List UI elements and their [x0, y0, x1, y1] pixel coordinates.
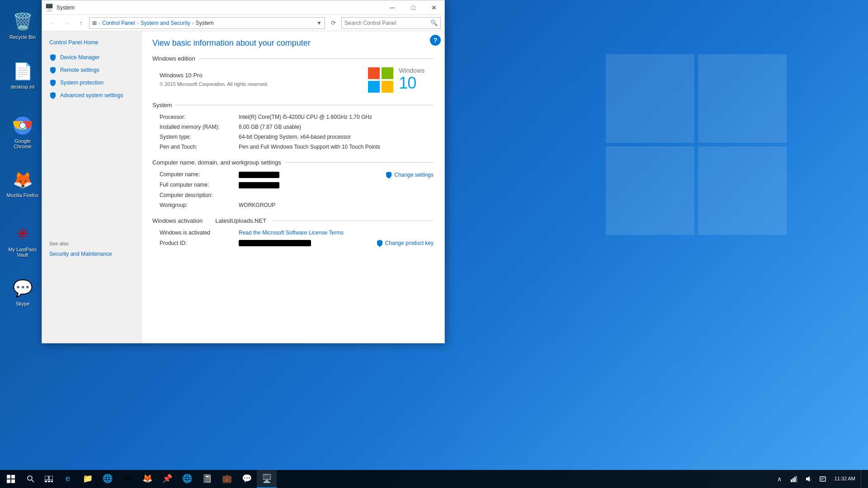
windows-logo-text: Windows 10 [399, 67, 425, 93]
workgroup-label: Workgroup: [160, 202, 239, 208]
window-title: System [57, 5, 382, 11]
taskbar-search-button[interactable] [22, 470, 40, 488]
full-computer-name-value [239, 182, 279, 188]
search-input[interactable] [344, 20, 430, 26]
activation-status-row: Windows is activated Read the Microsoft … [152, 230, 434, 236]
taskbar-app-outlook[interactable]: 💼 [217, 470, 237, 488]
taskbar-app-pin[interactable]: 📌 [157, 470, 177, 488]
activation-section: Windows activation LatestUploads.NET Win… [152, 217, 434, 247]
desktop-watermark [606, 54, 787, 235]
chrome-icon [12, 115, 33, 136]
taskbar-app-system[interactable]: 🖥️ [257, 470, 277, 488]
sidebar-item-system-protection[interactable]: System protection [42, 76, 141, 89]
search-bar: 🔍 [341, 17, 441, 29]
pen-touch-value: Pen and Full Windows Touch Support with … [239, 144, 380, 150]
product-id-value [239, 239, 311, 247]
desktop-icon-recycle-bin[interactable]: 🗑️ Recycle Bin [5, 9, 41, 42]
taskbar-app-ie[interactable]: e [58, 470, 78, 488]
firefox-icon: 🦊 [12, 169, 33, 191]
sidebar-item-advanced-settings[interactable]: Advanced system settings [42, 89, 141, 102]
maximize-button[interactable]: □ [403, 0, 424, 15]
ram-row: Installed memory (RAM): 8.00 GB (7.87 GB… [152, 124, 434, 130]
desktop-icon-desktop-ini[interactable]: 📄 desktop.ini [5, 59, 41, 91]
svg-rect-21 [820, 477, 826, 481]
network-icon [791, 476, 797, 482]
tray-up-arrow[interactable]: ∧ [773, 470, 786, 488]
win-sq-green [382, 67, 393, 79]
onenote-icon: 📓 [202, 474, 212, 483]
computer-section-header: Computer name, domain, and workgroup set… [152, 159, 434, 166]
system-type-row: System type: 64-bit Operating System, x6… [152, 134, 434, 140]
shield-icon-advanced-settings [49, 92, 57, 99]
chrome2-icon: 🌐 [182, 474, 192, 483]
windows-edition-section-header: Windows edition [152, 55, 434, 62]
computer-name-block: Change settings Computer name: Full comp… [152, 171, 434, 208]
taskbar-app-mail[interactable]: ✉ [118, 470, 137, 488]
edition-text: Windows 10 Pro © 2015 Microsoft Corporat… [152, 72, 268, 88]
processor-row: Processor: Intel(R) Core(TM) i5-4200U CP… [152, 114, 434, 120]
taskbar-app-firefox[interactable]: 🦊 [137, 470, 157, 488]
help-button[interactable]: ? [430, 35, 441, 46]
svg-rect-14 [51, 481, 53, 482]
control-panel-home-link[interactable]: Control Panel Home [42, 37, 141, 51]
windows-logo: Windows 10 [368, 67, 425, 93]
system-type-value: 64-bit Operating System, x64-based proce… [239, 134, 351, 140]
system-type-label: System type: [160, 134, 239, 140]
desktop-ini-label: desktop.ini [11, 84, 35, 89]
system-protection-label: System protection [60, 80, 104, 86]
desktop-icon-lastpass[interactable]: ✳ My LastPass Vault [5, 221, 41, 259]
taskbar-app-onenote[interactable]: 📓 [197, 470, 217, 488]
tray-volume-icon[interactable]: ) [802, 470, 815, 488]
sidebar-item-device-manager[interactable]: Device Manager [42, 51, 141, 64]
taskbar-app-chrome2[interactable]: 🌐 [177, 470, 197, 488]
license-terms-link[interactable]: Read the Microsoft Software License Term… [239, 230, 344, 236]
change-settings-link[interactable]: Change settings [385, 171, 434, 178]
start-button[interactable] [0, 470, 22, 488]
recycle-bin-icon: 🗑️ [12, 11, 33, 33]
ram-value: 8.00 GB (7.87 GB usable) [239, 124, 301, 130]
section-line-edition [199, 58, 434, 59]
sidebar-item-security-maintenance[interactable]: Security and Maintenance [42, 248, 141, 260]
task-view-button[interactable] [40, 470, 58, 488]
close-button[interactable]: ✕ [424, 0, 444, 15]
desktop-icon-skype[interactable]: 💬 Skype [5, 276, 41, 308]
product-id-label: Product ID: [160, 240, 239, 246]
breadcrumb-dropdown[interactable]: ▼ [316, 20, 322, 26]
desktop-icon-chrome[interactable]: Google Chrome [5, 113, 41, 151]
tray-network-icon[interactable] [788, 470, 800, 488]
taskbar-app-chrome[interactable]: 🌐 [98, 470, 118, 488]
product-id-redacted [239, 240, 311, 246]
minimize-button[interactable]: ─ [382, 0, 403, 15]
sidebar-item-remote-settings[interactable]: Remote settings [42, 64, 141, 76]
explorer-icon: 📁 [83, 474, 93, 483]
recycle-bin-label: Recycle Bin [9, 34, 36, 40]
pen-touch-label: Pen and Touch: [160, 144, 239, 150]
content-area: Control Panel Home Device Manager Remote… [42, 31, 444, 343]
search-icon[interactable]: 🔍 [430, 19, 438, 26]
tray-notification-icon[interactable] [816, 470, 829, 488]
shield-product-key-icon [376, 239, 383, 247]
refresh-button[interactable]: ⟳ [327, 17, 340, 29]
breadcrumb-system-security[interactable]: System and Security [141, 20, 190, 26]
breadcrumb-control-panel[interactable]: Control Panel [102, 20, 135, 26]
taskbar-app-skype[interactable]: 💬 [237, 470, 257, 488]
breadcrumb[interactable]: ⊞ › Control Panel › System and Security … [89, 17, 325, 29]
full-computer-name-row: Full computer name: [152, 182, 434, 188]
win-sq-red [368, 67, 380, 79]
taskbar-app-explorer[interactable]: 📁 [78, 470, 98, 488]
taskbar: e 📁 🌐 ✉ 🦊 📌 🌐 📓 💼 [0, 470, 868, 488]
ie-icon: e [66, 474, 70, 483]
taskbar-apps: e 📁 🌐 ✉ 🦊 📌 🌐 📓 💼 [58, 470, 773, 488]
forward-button[interactable]: → [60, 17, 73, 29]
security-maintenance-label: Security and Maintenance [49, 251, 112, 257]
outlook-icon: 💼 [222, 474, 232, 483]
mail-icon: ✉ [124, 474, 131, 483]
breadcrumb-home: ⊞ [92, 20, 97, 26]
up-button[interactable]: ↑ [75, 17, 87, 29]
desktop-icon-firefox[interactable]: 🦊 Mozilla Firefox [5, 167, 41, 200]
system-info-block: Processor: Intel(R) Core(TM) i5-4200U CP… [152, 114, 434, 150]
back-button[interactable]: ← [46, 17, 58, 29]
change-product-key-link[interactable]: Change product key [376, 239, 434, 247]
show-desktop-button[interactable] [861, 470, 864, 488]
tray-clock[interactable]: 11:32 AM [831, 475, 859, 482]
